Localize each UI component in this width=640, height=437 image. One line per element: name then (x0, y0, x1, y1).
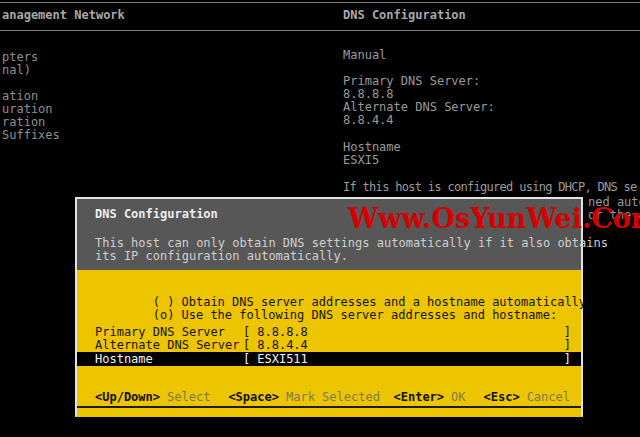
titlebar-divider (0, 30, 640, 31)
action-cancel: Cancel (527, 391, 570, 404)
bracket-open: [ (243, 353, 250, 366)
window-title-left: anagement Network (2, 9, 125, 22)
key-space: <Space> (228, 391, 279, 404)
dialog-bottom-innerline (77, 406, 581, 408)
dns-mode-value: Manual (343, 49, 386, 62)
bracket-close: ] (564, 353, 571, 366)
bracket-close: ] (564, 339, 571, 352)
field-value-hostname[interactable]: ESXI511 (257, 353, 308, 366)
radio-obtain-label: Obtain DNS server addresses and a hostna… (181, 295, 586, 309)
dialog-description-line2: its IP configuration automatically. (95, 250, 581, 263)
hostname-value: ESXI5 (343, 154, 379, 167)
dialog-keyboard-hints: <Up/Down>Select<Space>Mark Selected <Ent… (77, 391, 581, 404)
action-select: Select (167, 391, 210, 404)
dcui-screen: anagement Network DNS Configuration pter… (0, 0, 640, 437)
hints-left-group: <Up/Down>Select<Space>Mark Selected (95, 391, 380, 404)
bracket-open: [ (243, 339, 250, 352)
action-ok: OK (451, 391, 465, 404)
field-value-alternate-dns[interactable]: 8.8.4.4 (257, 339, 308, 352)
field-label-hostname: Hostname (95, 353, 243, 366)
hints-right-group: <Enter>OK<Esc>Cancel (393, 391, 570, 404)
radio-unselected-marker: ( ) (153, 295, 175, 309)
radio-selected-marker: (o) (153, 308, 175, 322)
dhcp-note-line1: If this host is configured using DHCP, D… (343, 181, 637, 194)
key-enter: <Enter> (393, 391, 444, 404)
menu-item-vlan-optional[interactable]: nal) (2, 64, 31, 77)
alternate-dns-value: 8.8.4.4 (343, 114, 394, 127)
key-updown: <Up/Down> (95, 391, 160, 404)
field-label-alternate-dns: Alternate DNS Server (95, 339, 243, 352)
dialog-fields: Primary DNS Server[8.8.8.8] Alternate DN… (77, 326, 581, 366)
dialog-body: ( )Obtain DNS server addresses and a hos… (77, 270, 581, 415)
field-row-alternate-dns[interactable]: Alternate DNS Server[8.8.4.4] (77, 339, 581, 352)
radio-use-following-label: Use the following DNS server addresses a… (181, 308, 557, 322)
watermark-text: Www.OsYunWei.Com (348, 204, 640, 234)
top-divider (0, 2, 640, 3)
dialog-description: This host can only obtain DNS settings a… (95, 237, 581, 263)
radio-obtain-automatically[interactable]: ( )Obtain DNS server addresses and a hos… (77, 283, 581, 296)
field-row-hostname-selected[interactable]: Hostname[ESXI511] (77, 352, 581, 366)
key-esc: <Esc> (484, 391, 520, 404)
action-mark-selected: Mark Selected (286, 391, 380, 404)
menu-item-custom-dns-suffixes[interactable]: Suffixes (2, 129, 60, 142)
panel-title-dns-configuration: DNS Configuration (343, 9, 466, 22)
